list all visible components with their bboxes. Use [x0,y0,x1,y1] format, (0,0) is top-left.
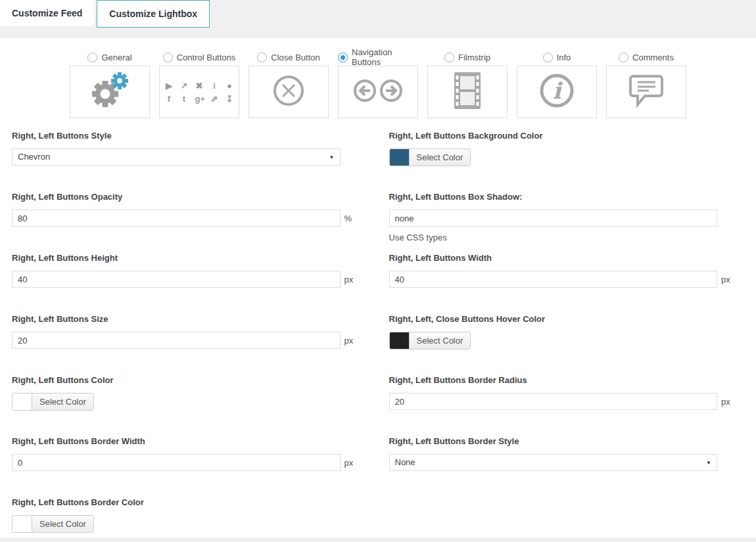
section-close-button: Close Button [248,51,329,118]
download-icon: ↧ [225,95,234,103]
field-label: Right, Left Buttons Border Radius [389,375,735,385]
unit-suffix: % [344,214,352,223]
border-radius-input[interactable] [389,393,718,410]
field-label: Right, Left Buttons Border Style [389,436,735,446]
buttons-style-select[interactable]: Chevron ▼ [12,148,341,166]
field-buttons-height: Right, Left Buttons Height px [12,253,358,314]
field-label: Right, Left Buttons Style [12,131,358,141]
radio-circle-checked-icon[interactable] [338,53,348,62]
radio-circle-icon[interactable] [444,53,454,62]
field-label: Right, Left Buttons Size [12,314,358,324]
section-control-buttons: Control Buttons ▶ ↗ ✖ i ● f t [159,51,239,118]
height-input[interactable] [12,271,341,288]
chevron-down-icon: ▼ [329,149,335,166]
radio-label: Control Buttons [177,53,236,62]
settings-form: Right, Left Buttons Style Chevron ▼ Righ… [0,118,756,542]
tab-customize-lightbox[interactable]: Customize Lightbox [97,0,210,28]
iconbox-close-button[interactable] [248,66,329,118]
radio-circle-icon[interactable] [543,53,553,62]
field-border-radius: Right, Left Buttons Border Radius px [389,375,735,436]
radio-circle-icon[interactable] [619,53,628,62]
unit-suffix: px [344,336,354,346]
buttons-color-picker[interactable]: Select Color [12,393,94,411]
radio-label: Comments [632,53,674,62]
radio-general[interactable]: General [70,51,150,63]
unit-suffix: px [344,458,354,468]
select-value: Chevron [18,152,50,162]
comment-icon: ● [225,81,234,90]
field-buttons-style: Right, Left Buttons Style Chevron ▼ [12,131,358,192]
field-border-style: Right, Left Buttons Border Style None ▼ [389,436,735,497]
color-swatch[interactable] [12,394,32,410]
iconbox-control-buttons[interactable]: ▶ ↗ ✖ i ● f t g+ ⇗ ↧ [159,66,239,118]
close-circle-icon [269,71,308,113]
radio-info[interactable]: Info [517,51,597,63]
radio-navigation-buttons[interactable]: Navigation Buttons [338,51,418,63]
info-circle-icon: i [536,70,577,114]
hover-color-picker[interactable]: Select Color [389,332,471,350]
radio-label: Info [557,53,571,62]
info-icon: i [210,81,219,90]
tab-bar: Customize Feed Customize Lightbox [0,0,756,38]
radio-label: General [101,53,131,62]
unit-suffix: px [721,397,730,407]
section-comments: Comments [606,51,686,118]
iconbox-info[interactable]: i [517,66,597,118]
section-general: General [70,51,150,118]
border-color-picker[interactable]: Select Color [12,515,94,533]
size-input[interactable] [12,332,341,349]
radio-label: Navigation Buttons [352,47,418,67]
iconbox-filmstrip[interactable] [427,66,508,118]
svg-text:i: i [553,78,563,104]
iconbox-navigation-buttons[interactable] [338,66,418,118]
field-label: Right, Left Buttons Box Shadow: [389,192,735,202]
color-swatch[interactable] [390,332,410,349]
googleplus-icon: g+ [195,95,204,103]
gears-icon [88,70,131,114]
radio-label: Close Button [271,53,319,62]
tab-customize-feed[interactable]: Customize Feed [0,0,94,26]
play-icon: ▶ [165,81,174,90]
radio-control-buttons[interactable]: Control Buttons [159,51,239,63]
field-buttons-color: Right, Left Buttons Color Select Color [12,375,358,436]
border-width-input[interactable] [12,454,341,471]
field-border-width: Right, Left Buttons Border Width px [12,436,358,497]
radio-filmstrip[interactable]: Filmstrip [427,51,508,63]
unit-suffix: px [721,275,730,284]
control-buttons-icons: ▶ ↗ ✖ i ● f t g+ ⇗ ↧ [165,81,234,103]
iconbox-comments[interactable] [606,66,686,118]
color-swatch[interactable] [390,149,410,166]
field-buttons-opacity: Right, Left Buttons Opacity % [12,192,358,253]
section-info: Info i [517,51,597,118]
section-filmstrip: Filmstrip [427,51,508,118]
field-box-shadow: Right, Left Buttons Box Shadow: Use CSS … [389,192,735,253]
border-style-select[interactable]: None ▼ [389,454,718,471]
empty-cell [389,497,735,542]
field-buttons-size: Right, Left Buttons Size px [12,314,358,375]
radio-label: Filmstrip [458,53,490,62]
select-color-button[interactable]: Select Color [32,394,93,410]
radio-comments[interactable]: Comments [606,51,686,63]
facebook-icon: f [165,95,174,103]
radio-close-button[interactable]: Close Button [248,51,329,63]
radio-circle-icon[interactable] [257,53,267,62]
expand-icon: ↗ [180,81,189,90]
color-swatch[interactable] [12,516,32,532]
background-color-picker[interactable]: Select Color [389,148,471,166]
section-selector: General [0,38,756,118]
field-label: Right, Left, Close Buttons Hover Color [389,314,735,324]
select-color-button[interactable]: Select Color [410,332,471,349]
field-label: Right, Left Buttons Opacity [12,192,358,202]
opacity-input[interactable] [12,210,341,227]
radio-circle-icon[interactable] [163,53,173,62]
field-label: Right, Left Buttons Color [12,375,358,385]
iconbox-general[interactable] [70,66,150,118]
radio-circle-icon[interactable] [87,53,97,62]
select-color-button[interactable]: Select Color [32,516,93,532]
settings-page: Customize Feed Customize Lightbox Genera… [0,0,756,542]
field-label: Right, Left Buttons Background Color [389,131,735,141]
select-color-button[interactable]: Select Color [410,149,471,166]
twitter-icon: t [180,95,189,103]
width-input[interactable] [389,271,718,288]
box-shadow-input[interactable] [389,210,718,227]
